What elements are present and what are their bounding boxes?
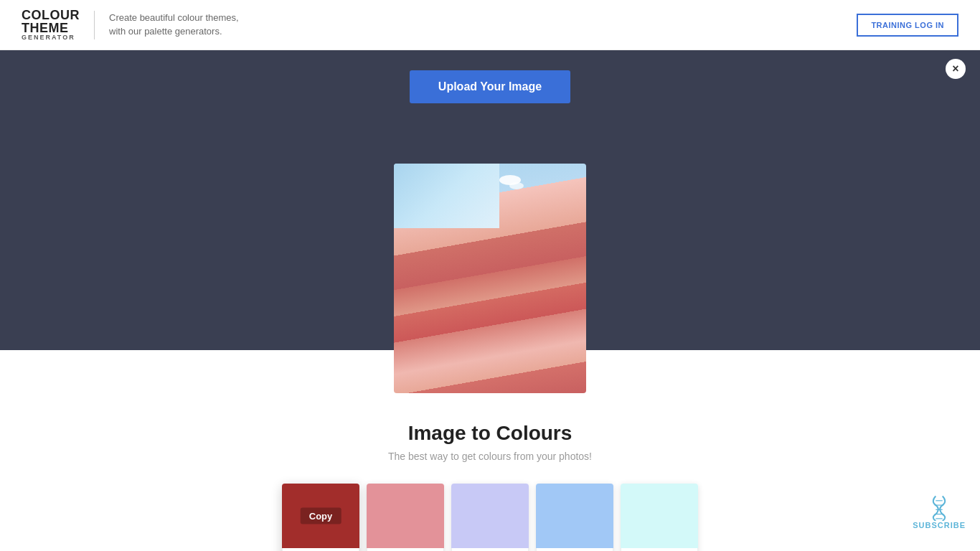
upload-image-button[interactable]: Upload Your Image <box>410 70 570 103</box>
color-hex-1: #A22D2B <box>282 548 359 551</box>
subscribe-badge[interactable]: SUBSCRIBE <box>913 495 966 529</box>
header-left: COLOUR THEME GENERATOR Create beautiful … <box>22 9 253 41</box>
color-swatch-1[interactable]: Copy <box>282 484 359 548</box>
color-hex-4: #A1C8F6 <box>536 548 613 551</box>
subscribe-label: SUBSCRIBE <box>913 521 966 529</box>
color-hex-2: #E39299 <box>367 548 444 551</box>
color-hex-5: #D3F9F9 <box>621 548 698 551</box>
color-card-4[interactable]: #A1C8F6 <box>536 484 613 551</box>
page-subtitle: The best way to get colours from your ph… <box>388 451 592 462</box>
uploaded-image <box>394 164 586 393</box>
color-swatch-4[interactable] <box>536 484 613 548</box>
color-card-2[interactable]: #E39299 <box>367 484 444 551</box>
logo-colour: COLOUR <box>22 9 80 22</box>
page-title: Image to Colours <box>408 422 573 445</box>
logo-generator: GENERATOR <box>22 34 80 41</box>
color-card-5[interactable]: #D3F9F9 <box>621 484 698 551</box>
logo-theme: THEME <box>22 22 80 34</box>
header: COLOUR THEME GENERATOR Create beautiful … <box>0 0 980 50</box>
close-icon: × <box>952 62 958 75</box>
color-card-3[interactable]: #C8C9F6 <box>451 484 529 551</box>
logo-divider <box>94 11 95 39</box>
dna-icon <box>926 495 952 521</box>
hero-section: Upload Your Image × <box>0 50 980 350</box>
color-palette: Copy #A22D2B #E39299 #C8C9F6 #A1C8F6 #D3… <box>282 484 698 551</box>
color-hex-3: #C8C9F6 <box>451 548 529 551</box>
copy-button-1[interactable]: Copy <box>301 508 341 524</box>
color-swatch-2[interactable] <box>367 484 444 548</box>
training-login-button[interactable]: TRAINING LOG IN <box>857 14 958 37</box>
color-swatch-5[interactable] <box>621 484 698 548</box>
header-tagline: Create beautiful colour themes, with our… <box>109 11 253 37</box>
close-button[interactable]: × <box>946 59 966 79</box>
color-swatch-3[interactable] <box>451 484 529 548</box>
logo: COLOUR THEME GENERATOR <box>22 9 80 41</box>
color-card-1[interactable]: Copy #A22D2B <box>282 484 359 551</box>
